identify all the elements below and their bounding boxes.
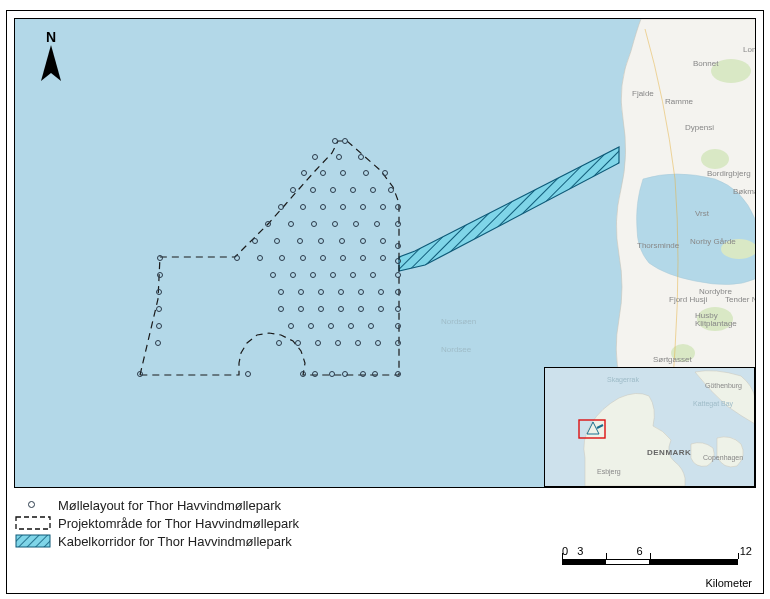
turbine-marker bbox=[370, 187, 376, 193]
land-label: Klitplantage bbox=[695, 319, 737, 328]
turbine-marker bbox=[368, 323, 374, 329]
turbine-marker bbox=[355, 340, 361, 346]
land-label: Tender Nissum bbox=[725, 295, 756, 304]
turbine-marker bbox=[336, 154, 342, 160]
turbine-marker bbox=[320, 204, 326, 210]
turbine-marker bbox=[300, 204, 306, 210]
turbine-marker bbox=[370, 272, 376, 278]
land-label: Bøkmarksbei bbox=[733, 187, 756, 196]
legend-label-cable: Kabelkorridor for Thor Havvindmøllepark bbox=[58, 534, 292, 549]
north-letter: N bbox=[37, 29, 65, 45]
turbine-marker bbox=[338, 306, 344, 312]
turbine-marker bbox=[340, 255, 346, 261]
turbine-marker bbox=[252, 238, 258, 244]
turbine-marker bbox=[360, 204, 366, 210]
turbine-marker bbox=[320, 170, 326, 176]
turbine-marker bbox=[278, 306, 284, 312]
turbine-marker bbox=[298, 306, 304, 312]
scale-tick-2: 6 bbox=[637, 545, 643, 557]
legend-symbol-project bbox=[14, 516, 52, 530]
turbine-marker bbox=[298, 289, 304, 295]
turbine-marker bbox=[395, 204, 401, 210]
turbine-marker bbox=[157, 255, 163, 261]
turbine-marker bbox=[372, 371, 378, 377]
turbine-marker bbox=[276, 340, 282, 346]
turbine-marker bbox=[350, 272, 356, 278]
land-label: Sørtgasset bbox=[653, 355, 692, 364]
turbine-marker bbox=[278, 289, 284, 295]
land-label: Lomgr bbox=[743, 45, 756, 54]
turbine-marker bbox=[318, 238, 324, 244]
land-label: Thorsminde bbox=[637, 241, 679, 250]
inset-label: Kattegat Bay bbox=[693, 400, 733, 407]
legend-symbol-cable bbox=[14, 534, 52, 548]
turbine-marker bbox=[137, 371, 143, 377]
turbine-marker bbox=[308, 323, 314, 329]
turbine-marker bbox=[318, 306, 324, 312]
inset-label: DENMARK bbox=[647, 448, 691, 457]
north-arrow: N bbox=[37, 29, 65, 91]
turbine-marker bbox=[315, 340, 321, 346]
turbine-marker bbox=[274, 238, 280, 244]
turbine-marker bbox=[290, 187, 296, 193]
turbine-marker bbox=[395, 221, 401, 227]
turbine-marker bbox=[155, 340, 161, 346]
turbine-marker bbox=[156, 306, 162, 312]
land-label: Ramme bbox=[665, 97, 693, 106]
turbine-marker bbox=[297, 238, 303, 244]
turbine-marker bbox=[290, 272, 296, 278]
turbine-marker bbox=[329, 371, 335, 377]
turbine-marker bbox=[301, 170, 307, 176]
turbine-marker bbox=[340, 170, 346, 176]
turbine-marker bbox=[332, 221, 338, 227]
turbine-marker bbox=[395, 306, 401, 312]
turbine-marker bbox=[360, 238, 366, 244]
turbine-marker bbox=[348, 323, 354, 329]
turbine-marker bbox=[330, 187, 336, 193]
scale-bar-graphic bbox=[562, 559, 752, 575]
svg-marker-2 bbox=[51, 45, 61, 81]
legend-row-project: Projektområde for Thor Havvindmøllepark bbox=[14, 514, 756, 532]
land-label: Dypensi bbox=[685, 123, 714, 132]
land-label: Fjalde bbox=[632, 89, 654, 98]
turbine-marker bbox=[395, 340, 401, 346]
inset-map: SkagerrakGöthenburgKattegat BayDENMARKEs… bbox=[544, 367, 755, 487]
turbine-marker bbox=[278, 204, 284, 210]
turbine-marker bbox=[245, 371, 251, 377]
sea-label: Nordsee bbox=[441, 345, 471, 354]
turbine-marker bbox=[156, 323, 162, 329]
turbine-marker bbox=[318, 289, 324, 295]
scale-tick-labels: 0 3 6 12 bbox=[562, 545, 752, 557]
turbine-marker bbox=[311, 221, 317, 227]
turbine-marker bbox=[312, 154, 318, 160]
scale-tick-3: 12 bbox=[740, 545, 752, 557]
legend: Møllelayout for Thor Havvindmøllepark Pr… bbox=[14, 496, 756, 550]
turbine-marker bbox=[353, 221, 359, 227]
turbine-marker bbox=[378, 306, 384, 312]
turbine-marker bbox=[340, 204, 346, 210]
inset-label: Göthenburg bbox=[705, 382, 742, 389]
turbine-marker bbox=[257, 255, 263, 261]
north-arrow-icon bbox=[37, 45, 65, 87]
turbine-marker bbox=[330, 272, 336, 278]
turbine-marker bbox=[360, 371, 366, 377]
turbine-marker bbox=[156, 289, 162, 295]
turbine-marker bbox=[265, 221, 271, 227]
turbine-marker bbox=[342, 138, 348, 144]
turbine-marker bbox=[310, 272, 316, 278]
turbine-marker bbox=[312, 371, 318, 377]
turbine-marker bbox=[332, 138, 338, 144]
turbine-marker bbox=[279, 255, 285, 261]
scale-unit: Kilometer bbox=[562, 577, 752, 589]
legend-label-project: Projektområde for Thor Havvindmøllepark bbox=[58, 516, 299, 531]
scale-bar: 0 3 6 12 Kilometer bbox=[562, 545, 752, 589]
land-label: Bordirgbjerg bbox=[707, 169, 751, 178]
turbine-marker bbox=[374, 221, 380, 227]
turbine-marker bbox=[338, 289, 344, 295]
turbine-marker bbox=[380, 204, 386, 210]
turbine-marker bbox=[388, 187, 394, 193]
land-label: Vrst bbox=[695, 209, 709, 218]
turbine-marker bbox=[358, 289, 364, 295]
turbine-marker bbox=[395, 258, 401, 264]
turbine-marker bbox=[320, 255, 326, 261]
